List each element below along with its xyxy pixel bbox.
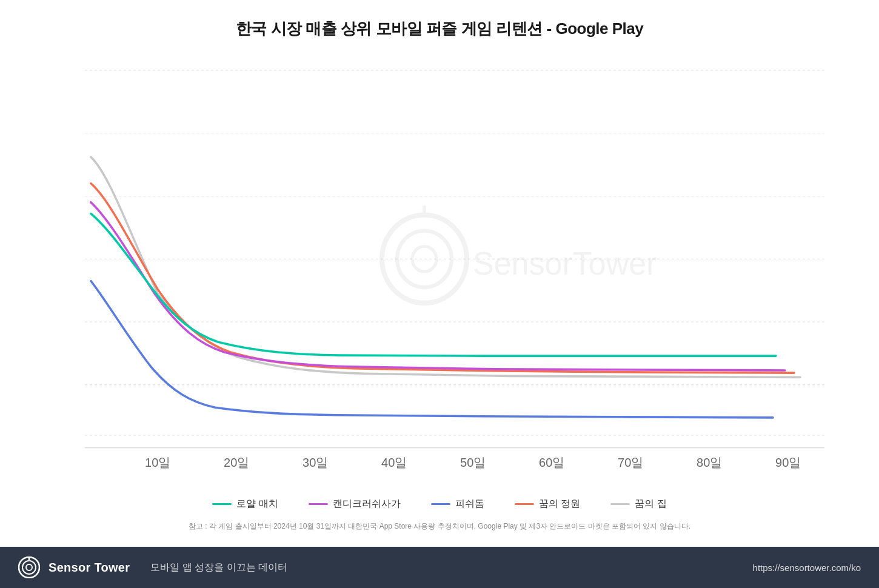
legend-line-candy-crush [309, 503, 328, 505]
legend-label-fishdom: 피쉬돔 [455, 498, 484, 510]
chart-wrapper: 10일 20일 30일 40일 50일 60일 70일 80일 90일 [36, 58, 843, 486]
main-container: 한국 시장 매출 상위 모바일 퍼즐 게임 리텐션 - Google Play … [0, 0, 879, 588]
svg-text:80일: 80일 [697, 456, 722, 469]
legend-line-dream-home [610, 503, 630, 505]
footnote: 참고 : 각 게임 출시일부터 2024년 10월 31일까지 대한민국 App… [36, 516, 843, 541]
legend-label-dream-garden: 꿈의 정원 [539, 498, 580, 510]
svg-point-24 [26, 564, 32, 570]
svg-text:SensorTower: SensorTower [473, 245, 657, 281]
legend-item-royal-match: 로얄 매치 [212, 498, 278, 510]
legend-label-royal-match: 로얄 매치 [236, 498, 278, 510]
svg-text:30일: 30일 [302, 456, 328, 469]
svg-point-23 [22, 561, 36, 574]
legend-item-candy-crush: 캔디크러쉬사가 [309, 498, 401, 510]
legend-line-fishdom [431, 503, 450, 505]
chart-svg: 10일 20일 30일 40일 50일 60일 70일 80일 90일 [36, 58, 843, 486]
footer-left: Sensor Tower 모바일 앱 성장을 이끄는 데이터 [18, 556, 287, 578]
legend-area: 로얄 매치 캔디크러쉬사가 피쉬돔 꿈의 정원 꿈의 집 [36, 486, 843, 516]
svg-text:60일: 60일 [539, 456, 564, 469]
footer-url: https://sensortower.com/ko [753, 563, 861, 573]
svg-text:90일: 90일 [775, 456, 801, 469]
svg-text:50일: 50일 [460, 456, 486, 469]
footer-brand: Sensor Tower [48, 561, 130, 575]
chart-title: 한국 시장 매출 상위 모바일 퍼즐 게임 리텐션 - Google Play [36, 18, 843, 39]
footer-bar: Sensor Tower 모바일 앱 성장을 이끄는 데이터 https://s… [0, 547, 879, 588]
legend-item-dream-garden: 꿈의 정원 [515, 498, 580, 510]
svg-text:20일: 20일 [224, 456, 249, 469]
svg-text:70일: 70일 [618, 456, 643, 469]
legend-label-dream-home: 꿈의 집 [635, 498, 666, 510]
legend-item-fishdom: 피쉬돔 [431, 498, 484, 510]
sensortower-logo-icon [18, 556, 40, 578]
legend-line-dream-garden [515, 503, 534, 505]
svg-text:40일: 40일 [381, 456, 407, 469]
footer-tagline: 모바일 앱 성장을 이끄는 데이터 [150, 561, 287, 574]
svg-text:10일: 10일 [145, 456, 170, 469]
chart-svg-container: 10일 20일 30일 40일 50일 60일 70일 80일 90일 [36, 58, 843, 486]
legend-label-candy-crush: 캔디크러쉬사가 [333, 498, 401, 510]
chart-area: 한국 시장 매출 상위 모바일 퍼즐 게임 리텐션 - Google Play … [0, 0, 879, 547]
legend-line-royal-match [212, 503, 232, 505]
legend-item-dream-home: 꿈의 집 [610, 498, 666, 510]
